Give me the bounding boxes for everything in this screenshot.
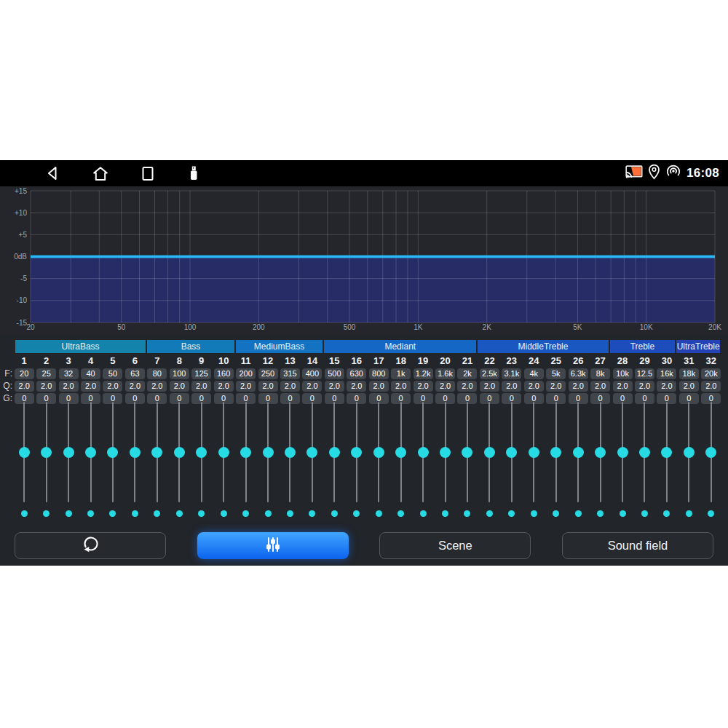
gain-slider[interactable] xyxy=(678,402,700,502)
slider-knob[interactable] xyxy=(418,447,429,458)
slider-knob[interactable] xyxy=(151,447,162,458)
q-chip[interactable]: 2.0 xyxy=(36,381,56,392)
gain-slider[interactable] xyxy=(58,402,79,502)
q-chip[interactable]: 2.0 xyxy=(214,381,234,392)
q-chip[interactable]: 2.0 xyxy=(613,381,633,392)
q-chip[interactable]: 2.0 xyxy=(59,381,79,392)
freq-chip[interactable]: 63 xyxy=(125,368,145,379)
freq-chip[interactable]: 125 xyxy=(191,368,211,379)
freq-chip[interactable]: 6.3k xyxy=(569,368,588,379)
freq-chip[interactable]: 80 xyxy=(147,368,167,379)
q-chip[interactable]: 2.0 xyxy=(635,381,654,392)
slider-knob[interactable] xyxy=(595,447,606,458)
freq-chip[interactable]: 315 xyxy=(280,368,300,379)
gain-slider[interactable] xyxy=(102,402,124,502)
slider-knob[interactable] xyxy=(484,447,495,458)
slider-knob[interactable] xyxy=(85,447,96,458)
slider-knob[interactable] xyxy=(617,447,628,458)
q-chip[interactable]: 2.0 xyxy=(258,381,278,392)
gain-slider[interactable] xyxy=(79,402,101,502)
freq-chip[interactable]: 1.2k xyxy=(414,368,433,379)
recents-icon[interactable] xyxy=(140,165,156,182)
freq-chip[interactable]: 8k xyxy=(590,368,610,379)
gain-slider[interactable] xyxy=(323,402,345,502)
gain-slider[interactable] xyxy=(346,402,368,502)
gain-slider[interactable] xyxy=(13,402,35,502)
back-icon[interactable] xyxy=(45,165,61,181)
slider-knob[interactable] xyxy=(107,447,118,458)
scene-button[interactable]: Scene xyxy=(379,532,531,559)
q-chip[interactable]: 2.0 xyxy=(502,381,521,392)
gain-slider[interactable] xyxy=(191,402,213,502)
q-chip[interactable]: 2.0 xyxy=(103,381,122,392)
slider-knob[interactable] xyxy=(550,447,561,458)
gain-slider[interactable] xyxy=(168,402,190,502)
q-chip[interactable]: 2.0 xyxy=(701,381,721,392)
slider-knob[interactable] xyxy=(174,447,185,458)
slider-knob[interactable] xyxy=(440,447,451,458)
freq-chip[interactable]: 16k xyxy=(657,368,676,379)
freq-chip[interactable]: 200 xyxy=(236,368,256,379)
gain-slider[interactable] xyxy=(213,402,234,502)
gain-slider[interactable] xyxy=(633,402,655,502)
gain-slider[interactable] xyxy=(146,402,168,502)
freq-chip[interactable]: 20k xyxy=(701,368,721,379)
gain-slider[interactable] xyxy=(545,402,567,502)
gain-slider[interactable] xyxy=(389,402,411,502)
reset-button[interactable] xyxy=(15,532,166,559)
band-group-ultratreble[interactable]: UltraTreble xyxy=(676,340,720,353)
slider-knob[interactable] xyxy=(218,447,229,458)
freq-chip[interactable]: 3.1k xyxy=(502,368,521,379)
q-chip[interactable]: 2.0 xyxy=(590,381,610,392)
slider-knob[interactable] xyxy=(462,447,472,458)
slider-knob[interactable] xyxy=(395,447,406,458)
slider-knob[interactable] xyxy=(573,447,584,458)
q-chip[interactable]: 2.0 xyxy=(347,381,366,392)
q-chip[interactable]: 2.0 xyxy=(125,381,145,392)
slider-knob[interactable] xyxy=(306,447,317,458)
gain-slider[interactable] xyxy=(412,402,434,502)
slider-knob[interactable] xyxy=(351,447,362,458)
q-chip[interactable]: 2.0 xyxy=(236,381,256,392)
q-chip[interactable]: 2.0 xyxy=(147,381,167,392)
q-chip[interactable]: 2.0 xyxy=(657,381,676,392)
gain-slider[interactable] xyxy=(234,402,256,502)
freq-chip[interactable]: 400 xyxy=(302,368,322,379)
q-chip[interactable]: 2.0 xyxy=(524,381,544,392)
freq-chip[interactable]: 4k xyxy=(524,368,544,379)
slider-knob[interactable] xyxy=(684,447,695,458)
gain-slider[interactable] xyxy=(434,402,456,502)
q-chip[interactable]: 2.0 xyxy=(414,381,433,392)
slider-knob[interactable] xyxy=(661,447,672,458)
freq-chip[interactable]: 250 xyxy=(258,368,278,379)
q-chip[interactable]: 2.0 xyxy=(480,381,499,392)
band-group-middletreble[interactable]: MiddleTreble xyxy=(478,340,608,353)
q-chip[interactable]: 2.0 xyxy=(435,381,455,392)
gain-slider[interactable] xyxy=(567,402,589,502)
q-chip[interactable]: 2.0 xyxy=(280,381,300,392)
freq-chip[interactable]: 1k xyxy=(391,368,411,379)
gain-slider[interactable] xyxy=(700,402,722,502)
slider-knob[interactable] xyxy=(506,447,517,458)
freq-chip[interactable]: 25 xyxy=(36,368,56,379)
freq-chip[interactable]: 630 xyxy=(347,368,366,379)
q-chip[interactable]: 2.0 xyxy=(302,381,322,392)
freq-chip[interactable]: 12.5 xyxy=(635,368,654,379)
freq-chip[interactable]: 5k xyxy=(546,368,566,379)
gain-slider[interactable] xyxy=(478,402,500,502)
slider-knob[interactable] xyxy=(196,447,207,458)
q-chip[interactable]: 2.0 xyxy=(679,381,699,392)
freq-chip[interactable]: 20 xyxy=(15,368,34,379)
freq-chip[interactable]: 800 xyxy=(369,368,389,379)
gain-slider[interactable] xyxy=(124,402,146,502)
gain-slider[interactable] xyxy=(523,402,545,502)
freq-chip[interactable]: 50 xyxy=(103,368,122,379)
gain-slider[interactable] xyxy=(35,402,57,502)
q-chip[interactable]: 2.0 xyxy=(391,381,411,392)
slider-knob[interactable] xyxy=(263,447,274,458)
q-chip[interactable]: 2.0 xyxy=(81,381,100,392)
slider-knob[interactable] xyxy=(130,447,141,458)
q-chip[interactable]: 2.0 xyxy=(15,381,34,392)
q-chip[interactable]: 2.0 xyxy=(325,381,344,392)
freq-chip[interactable]: 1.6k xyxy=(435,368,455,379)
